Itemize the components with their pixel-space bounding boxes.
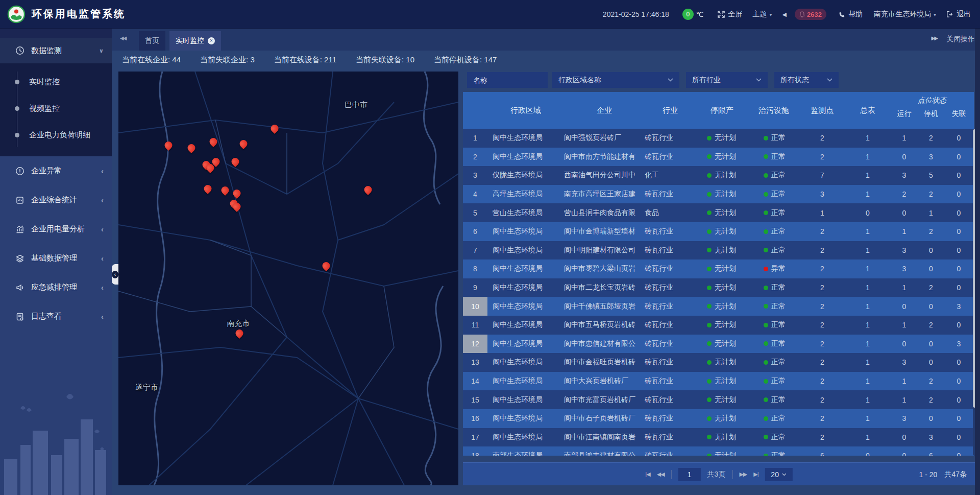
next-page-icon[interactable]: ▶▶ xyxy=(739,471,747,478)
table-row[interactable]: 16 阆中生态环境局 阆中市石子页岩机砖厂 砖瓦行业 无计划 正常 2 1 3 … xyxy=(463,409,974,428)
tabs-scroll-right-icon[interactable]: ▶▶ xyxy=(932,35,937,41)
industry-cell: 砖瓦行业 xyxy=(645,129,696,148)
lost-count-cell: 0 xyxy=(944,185,974,204)
stats-icon xyxy=(15,196,24,205)
sidebar-item-label: 数据监测 xyxy=(31,46,62,56)
notification-badge[interactable]: 2632 xyxy=(795,9,826,20)
table-row[interactable]: 6 阆中生态环境局 阆中市金博瑞新型墙材 砖瓦行业 无计划 正常 2 1 1 2… xyxy=(463,222,974,241)
org-menu-button[interactable]: 南充市生态环境局▾ xyxy=(874,10,936,19)
company-cell: 西南油气田分公司川中 xyxy=(564,166,645,185)
sidebar-item-1[interactable]: 企业异常‹ xyxy=(0,156,112,185)
region-cell: 阆中生态环境局 xyxy=(487,222,564,241)
table-row[interactable]: 11 阆中生态环境局 阆中市五马桥页岩机砖 砖瓦行业 无计划 正常 2 1 1 … xyxy=(463,316,974,335)
facility-status-cell: 正常 xyxy=(748,203,799,222)
monitor-points-cell: 2 xyxy=(799,129,845,148)
status-dot-icon xyxy=(707,229,712,234)
stop-count-cell: 1 xyxy=(918,203,944,222)
facility-status-cell: 正常 xyxy=(748,241,799,260)
alert-icon xyxy=(15,167,24,176)
limit-status-cell: 无计划 xyxy=(696,278,748,297)
map-collapse-handle[interactable]: ‹ xyxy=(112,264,118,285)
stop-count-cell: 3 xyxy=(918,148,944,167)
status-dot-icon xyxy=(764,454,768,456)
sidebar-subitem-0-2[interactable]: 企业电力负荷明细 xyxy=(0,122,112,148)
row-index-cell: 13 xyxy=(463,353,487,372)
theme-menu-button[interactable]: 主题▾ xyxy=(752,10,772,19)
status-dot-icon xyxy=(764,286,768,290)
sidebar-subitem-0-1[interactable]: 视频监控 xyxy=(0,95,112,122)
status-dot-icon xyxy=(707,454,712,456)
name-filter-input[interactable] xyxy=(467,76,548,84)
table-row[interactable]: 15 阆中生态环境局 阆中市光富页岩机砖厂 砖瓦行业 无计划 正常 2 1 1 … xyxy=(463,390,974,409)
lost-count-cell: 0 xyxy=(944,166,974,185)
monitor-points-cell: 7 xyxy=(799,166,845,185)
row-index-cell: 10 xyxy=(463,297,487,316)
table-row[interactable]: 7 阆中生态环境局 阆中明阳建材有限公司 砖瓦行业 无计划 正常 2 1 3 0… xyxy=(463,241,974,260)
window-scrollbar[interactable] xyxy=(975,29,980,495)
table-row[interactable]: 4 高坪生态环境局 南充市高坪区王家店建 砖瓦行业 无计划 正常 3 1 2 2… xyxy=(463,185,974,204)
region-filter-select[interactable]: 行政区域名称 xyxy=(552,72,679,88)
close-operations-button[interactable]: 关闭操作 xyxy=(946,35,975,44)
help-button[interactable]: 帮助 xyxy=(839,10,863,19)
table-row[interactable]: 8 阆中生态环境局 阆中市枣碧大梁山页岩 砖瓦行业 无计划 异常 2 1 3 0… xyxy=(463,260,974,278)
record-range-label: 1 - 20 xyxy=(919,470,938,479)
sidebar-item-5[interactable]: 应急减排管理‹ xyxy=(0,273,112,302)
sidebar-subitem-0-0[interactable]: 实时监控 xyxy=(0,68,112,95)
sidebar-item-4[interactable]: 基础数据管理‹ xyxy=(0,244,112,273)
map-canvas[interactable]: 巴中市南充市遂宁市 xyxy=(118,72,458,485)
sidebar-item-3[interactable]: 企业用电量分析‹ xyxy=(0,215,112,244)
total-meter-cell: 1 xyxy=(845,166,890,185)
monitor-points-cell: 2 xyxy=(799,278,845,297)
col-header-run: 运行 xyxy=(890,109,918,129)
stop-count-cell: 0 xyxy=(918,409,944,428)
status-dot-icon xyxy=(764,323,768,327)
tab-realtime-monitor[interactable]: 实时监控 × xyxy=(169,31,221,51)
facility-status-cell: 正常 xyxy=(748,446,799,456)
status-dot-icon xyxy=(764,192,768,197)
datetime-label: 2021-02-25 17:46:18 xyxy=(603,10,669,18)
volume-button[interactable]: ◀ xyxy=(782,11,787,18)
table-row[interactable]: 17 阆中生态环境局 阆中市江南镇阆南页岩 砖瓦行业 无计划 正常 2 1 0 … xyxy=(463,428,974,447)
first-page-icon[interactable]: |◀ xyxy=(645,471,650,478)
table-row[interactable]: 2 阆中生态环境局 阆中市南方节能建材有 砖瓦行业 无计划 正常 2 1 0 3… xyxy=(463,148,974,167)
total-meter-cell: 1 xyxy=(845,241,890,260)
industry-filter-select[interactable]: 所有行业 xyxy=(686,72,768,88)
table-row[interactable]: 18 南部生态环境局 南部县鸿丰建材有限公 砖瓦行业 无计划 正常 6 0 0 … xyxy=(463,446,974,456)
table-row[interactable]: 3 仪陇生态环境局 西南油气田分公司川中 化工 无计划 正常 7 1 3 5 0 xyxy=(463,166,974,185)
prev-page-icon[interactable]: ◀◀ xyxy=(657,471,665,478)
table-row[interactable]: 5 营山生态环境局 营山县润丰肉食品有限 食品 无计划 正常 1 0 0 1 0 xyxy=(463,203,974,222)
sidebar-item-0[interactable]: 数据监测∨ xyxy=(0,38,112,63)
lost-count-cell: 0 xyxy=(944,278,974,297)
sidebar-item-2[interactable]: 企业综合统计‹ xyxy=(0,185,112,215)
table-row[interactable]: 14 阆中生态环境局 阆中大兴页岩机砖厂 砖瓦行业 无计划 正常 2 1 1 2… xyxy=(463,372,974,391)
row-index-cell: 3 xyxy=(463,166,487,185)
fullscreen-button[interactable]: 全屏 xyxy=(718,10,742,19)
lost-count-cell: 0 xyxy=(944,446,974,456)
tabs-scroll-left-icon[interactable]: ◀◀ xyxy=(120,35,126,41)
company-cell: 阆中市光富页岩机砖厂 xyxy=(564,390,645,409)
limit-status-cell: 无计划 xyxy=(696,260,748,278)
table-row[interactable]: 10 阆中生态环境局 阆中千佛镇五郎垭页岩 砖瓦行业 无计划 正常 2 1 0 … xyxy=(463,297,974,316)
table-row[interactable]: 12 阆中生态环境局 阆中市忠信建材有限公 砖瓦行业 无计划 正常 2 1 0 … xyxy=(463,335,974,353)
chevron-left-icon: ‹ xyxy=(101,196,104,204)
lost-count-cell: 0 xyxy=(944,241,974,260)
page-number-input[interactable]: 1 xyxy=(678,468,701,481)
facility-status-cell: 正常 xyxy=(748,129,799,148)
map-city-label: 巴中市 xyxy=(345,100,368,109)
table-row[interactable]: 1 阆中生态环境局 阆中强锐页岩砖厂 砖瓦行业 无计划 正常 2 1 1 2 0 xyxy=(463,129,974,148)
row-index-cell: 8 xyxy=(463,260,487,278)
sidebar-item-6[interactable]: 日志查看‹ xyxy=(0,302,112,331)
table-row[interactable]: 13 阆中生态环境局 阆中市金福旺页岩机砖 砖瓦行业 无计划 正常 2 1 3 … xyxy=(463,353,974,372)
table-row[interactable]: 9 阆中生态环境局 阆中市二龙长宝页岩砖 砖瓦行业 无计划 正常 2 1 1 2… xyxy=(463,278,974,297)
last-page-icon[interactable]: ▶| xyxy=(753,471,758,478)
region-cell: 阆中生态环境局 xyxy=(487,335,564,353)
logout-button[interactable]: 退出 xyxy=(946,10,971,19)
row-index-cell: 7 xyxy=(463,241,487,260)
status-filter-select[interactable]: 所有状态 xyxy=(774,72,839,88)
industry-cell: 砖瓦行业 xyxy=(645,297,696,316)
tab-home[interactable]: 首页 xyxy=(139,31,165,51)
col-header-stop: 停机 xyxy=(918,109,944,129)
tab-close-icon[interactable]: × xyxy=(208,37,215,44)
page-size-select[interactable]: 20 xyxy=(765,468,793,481)
monitor-points-cell: 1 xyxy=(799,203,845,222)
